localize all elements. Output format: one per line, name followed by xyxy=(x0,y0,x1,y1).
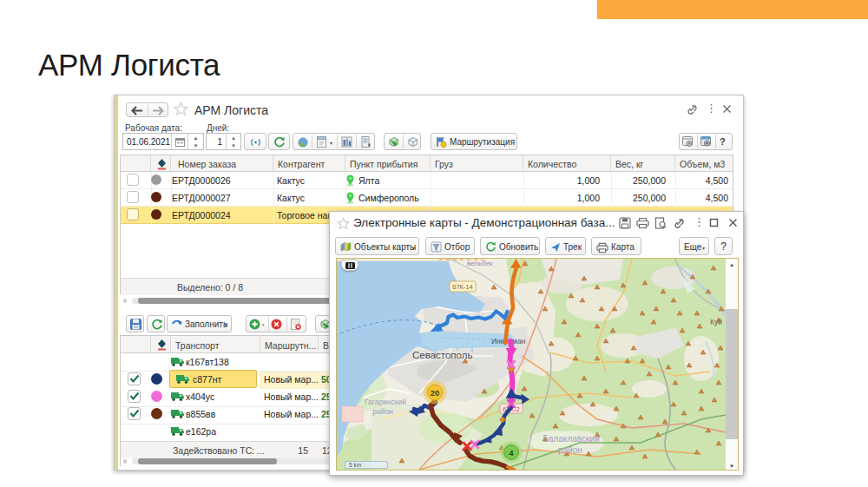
svg-text:4: 4 xyxy=(509,448,514,457)
svg-text:район: район xyxy=(558,445,582,455)
svg-text:Балаклавский: Балаклавский xyxy=(542,434,599,444)
svg-text:20: 20 xyxy=(431,388,440,398)
svg-text:Севастополь: Севастополь xyxy=(412,350,472,360)
svg-text:Куй: Куй xyxy=(710,318,722,326)
svg-text:вельбек: вельбек xyxy=(467,260,493,267)
svg-text:Гагаринский: Гагаринский xyxy=(365,398,406,406)
svg-text:район: район xyxy=(372,407,393,416)
svg-text:67К-14: 67К-14 xyxy=(452,283,473,291)
